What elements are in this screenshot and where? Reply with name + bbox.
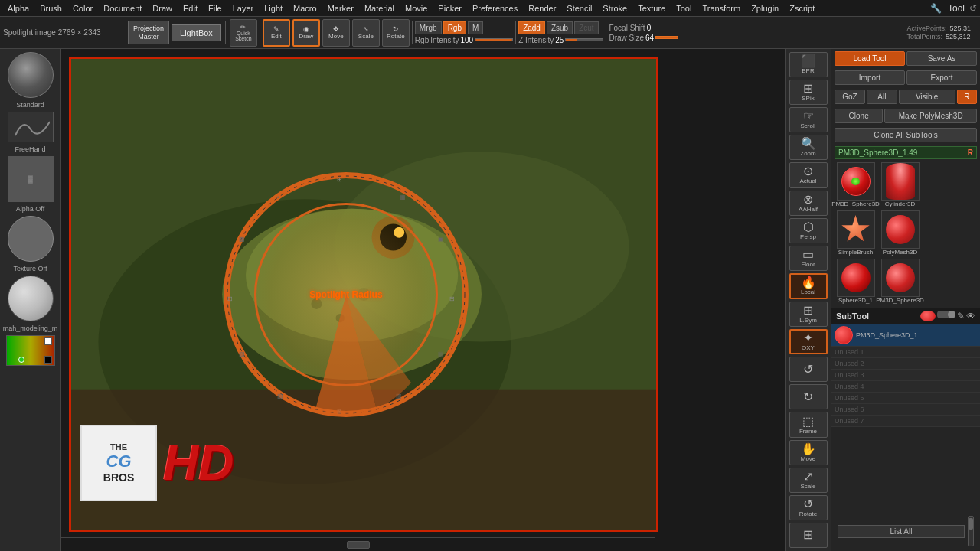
make-polymesh-btn[interactable]: Make PolyMesh3D [884,109,977,123]
menu-zplugin[interactable]: Zplugin [746,2,783,15]
canvas-area[interactable]: ⊞ ⊟ ⊠ ⊡ ▦ ▣ ▤ ▥ ▧ ▨ ▩ ▪ [61,49,785,551]
clone-all-btn[interactable]: Clone All SubTools [835,128,977,142]
quick-sketch-btn[interactable]: ✏ Quick Sketch [230,19,257,47]
save-as-btn[interactable]: Save As [906,51,977,66]
menu-picker[interactable]: Picker [433,2,466,15]
scale-btn[interactable]: ⤡ Scale [352,19,380,47]
spin2-btn[interactable]: ↻ [789,384,828,409]
rotate-btn[interactable]: ↻ Rotate [382,19,410,47]
sphere3d1-item[interactable]: Sphere3D_1 [835,259,877,304]
color-swatch-black[interactable] [44,356,52,364]
mrgb-btn[interactable]: Mrgb [415,21,442,34]
selected-subtool-row[interactable]: PM3D_Sphere3D_1 [831,324,980,347]
menu-brush[interactable]: Brush [35,2,67,15]
unused-slot-3[interactable]: Unused 3 [831,370,980,381]
lsym-btn[interactable]: ⊞ L.Sym [789,302,828,327]
scroll-btn[interactable]: ☞ Scroll [789,107,828,132]
brush-preview[interactable] [8,52,54,98]
z-intensity-slider[interactable] [565,38,603,41]
zadd-btn[interactable]: Zadd [518,21,545,34]
menu-file[interactable]: File [204,2,227,15]
right-scrollbar[interactable] [968,516,974,546]
subtool-red-sphere[interactable] [920,311,936,321]
proj-master-btn[interactable]: Projection Master [128,21,169,45]
subtool-toggle[interactable] [937,311,956,318]
menu-preferences[interactable]: Preferences [468,2,522,15]
pm3d-label[interactable]: PM3D_Sphere3D_1.49 R [835,146,977,159]
bpr-btn[interactable]: ⬛ BPR [789,52,828,77]
menu-macro[interactable]: Macro [289,2,322,15]
pm3d-sphere-item[interactable]: PM3D_Sphere3D [835,162,877,207]
pm3d-sphere3d-item[interactable]: PM3D_Sphere3D [879,259,921,304]
frame-btn[interactable]: ⬚ Frame [789,412,828,437]
spix-btn[interactable]: ⊞ SPix [789,80,828,105]
menu-edit[interactable]: Edit [178,2,202,15]
lightbox-button[interactable]: LightBox [172,24,221,41]
draw-btn[interactable]: ◉ Draw [292,19,320,47]
menu-document[interactable]: Document [99,2,146,15]
import-btn[interactable]: Import [835,70,905,85]
unused-slot-2[interactable]: Unused 2 [831,358,980,370]
unused-slot-7[interactable]: Unused 7 [831,416,980,427]
menu-render[interactable]: Render [524,2,560,15]
scroll-thumb[interactable] [347,541,370,549]
zcut-btn[interactable]: Zcut [574,21,598,34]
bottom-scrollbar[interactable] [61,537,655,551]
r-btn[interactable]: R [957,90,977,104]
menu-layer[interactable]: Layer [228,2,259,15]
menu-alpha[interactable]: Alpha [3,2,34,15]
menu-stroke[interactable]: Stroke [598,2,632,15]
unused-slot-6[interactable]: Unused 6 [831,404,980,416]
all-btn[interactable]: All [867,90,897,104]
color-picker[interactable] [6,335,55,366]
projection-master[interactable]: Projection Master [128,21,169,45]
menu-marker[interactable]: Marker [323,2,358,15]
persp-btn[interactable]: ⬡ Persp [789,218,828,243]
stroke-preview[interactable] [8,112,54,142]
menu-texture[interactable]: Texture [633,2,670,15]
menu-tool[interactable]: Tool [671,2,696,15]
m-btn[interactable]: M [468,21,483,34]
menu-material[interactable]: Material [360,2,399,15]
zoom-btn[interactable]: 🔍 Zoom [789,135,828,160]
menu-draw[interactable]: Draw [148,2,177,15]
rgb-intensity-slider[interactable] [475,38,513,41]
actual-btn[interactable]: ⊙ Actual [789,162,828,187]
subtool-edit-icon[interactable]: ✎ [957,311,965,321]
grid-btn[interactable]: ⊞ [789,523,828,548]
menu-transform[interactable]: Transform [697,2,745,15]
simplebrush-item[interactable]: SimpleBrush [835,210,877,256]
cylinder-item[interactable]: Cylinder3D [879,162,921,207]
floor-btn[interactable]: ▭ Floor [789,246,828,271]
unused-slot-4[interactable]: Unused 4 [831,381,980,393]
polymesh-item[interactable]: PolyMesh3D [879,210,921,256]
material-preview[interactable] [8,276,54,321]
clone-btn[interactable]: Clone [835,109,883,123]
edit-btn[interactable]: ✎ Edit [263,19,290,47]
subtool-eye-icon[interactable]: 👁 [966,311,975,321]
tool-refresh-icon[interactable]: ↺ [969,3,977,14]
rt-scale-btn[interactable]: ⤢ Scale [789,468,828,493]
unused-slot-5[interactable]: Unused 5 [831,393,980,404]
menu-movie[interactable]: Movie [400,2,432,15]
goz-btn[interactable]: GoZ [835,90,865,104]
export-btn[interactable]: Export [906,70,977,85]
aahalf-btn[interactable]: ⊗ AAHalf [789,191,828,216]
move-btn[interactable]: ✥ Move [322,19,350,47]
menu-color[interactable]: Color [68,2,97,15]
oxy-btn[interactable]: ✦ OXY [789,329,828,355]
load-tool-btn[interactable]: Load Tool [835,51,905,66]
menu-light[interactable]: Light [260,2,287,15]
menu-stencil[interactable]: Stencil [562,2,596,15]
color-swatch-white[interactable] [44,337,52,345]
menu-zscript[interactable]: Zscript [785,2,819,15]
rt-move-btn[interactable]: ✋ Move [789,440,828,465]
zsub-btn[interactable]: Zsub [547,21,573,34]
texture-preview[interactable] [8,216,54,262]
spin-btn[interactable]: ↺ [789,357,828,382]
tool-panel-toggle[interactable]: 🔧 [930,3,942,14]
draw-size-slider[interactable] [655,36,678,39]
alpha-preview[interactable]: ▓ [8,156,54,202]
list-all-btn[interactable]: List All [838,525,965,538]
rt-rotate-btn[interactable]: ↺ Rotate [789,495,828,520]
